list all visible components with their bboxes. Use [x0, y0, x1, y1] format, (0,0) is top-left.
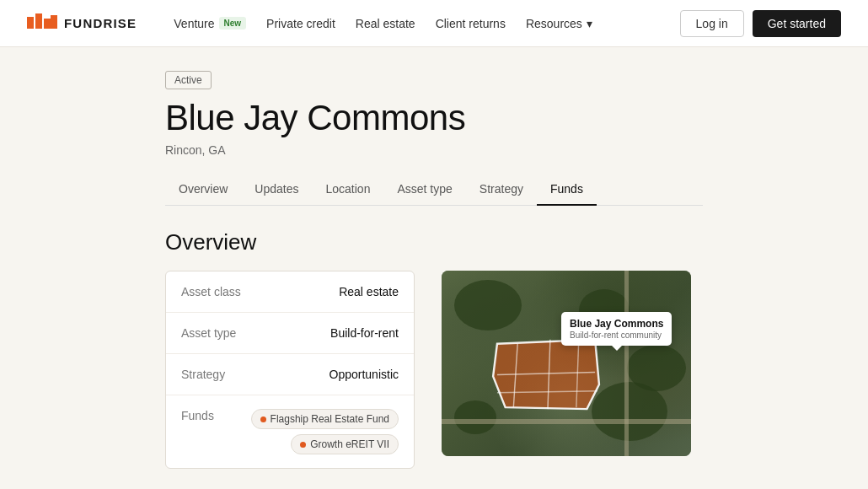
svg-rect-5: [44, 19, 51, 21]
property-location: Rincon, GA: [165, 143, 703, 157]
asset-class-value: Real estate: [339, 285, 399, 298]
svg-rect-7: [51, 15, 57, 18]
logo-icon: [27, 12, 57, 35]
logo[interactable]: FUNDRISE: [27, 12, 137, 35]
property-title: Blue Jay Commons: [165, 98, 703, 138]
highlighted-property: [486, 336, 606, 417]
nav-item-venture[interactable]: Venture New: [174, 17, 246, 30]
property-outline: [486, 336, 606, 417]
strategy-value: Opportunistic: [330, 368, 399, 381]
svg-rect-2: [35, 15, 42, 29]
map-tooltip: Blue Jay Commons Build-for-rent communit…: [561, 312, 672, 346]
tab-overview[interactable]: Overview: [165, 174, 241, 206]
data-table: Asset class Real estate Asset type Build…: [165, 271, 415, 469]
svg-rect-6: [51, 17, 57, 29]
svg-rect-1: [27, 17, 34, 19]
nav-item-private-credit[interactable]: Private credit: [266, 17, 335, 30]
logo-text: FUNDRISE: [64, 16, 137, 30]
svg-rect-3: [35, 13, 42, 16]
login-button[interactable]: Log in: [680, 10, 744, 37]
road-horizontal: [442, 419, 691, 424]
chevron-down-icon: ▾: [587, 17, 592, 30]
fund-tag-flagship[interactable]: Flagship Real Estate Fund: [251, 409, 399, 429]
map-container: Blue Jay Commons Build-for-rent communit…: [442, 271, 691, 456]
asset-type-value: Build-for-rent: [330, 326, 399, 340]
funds-row: Funds Flagship Real Estate Fund Growth e…: [166, 395, 414, 468]
map-tooltip-subtitle: Build-for-rent community: [570, 330, 663, 340]
svg-rect-0: [27, 19, 34, 29]
get-started-button[interactable]: Get started: [753, 10, 841, 37]
tree-patch: [627, 345, 686, 391]
asset-type-label: Asset type: [181, 326, 236, 340]
tree-patch: [454, 280, 522, 330]
overview-section: Asset class Real estate Asset type Build…: [165, 271, 703, 469]
strategy-row: Strategy Opportunistic: [166, 354, 414, 395]
map-tooltip-arrow: [612, 346, 622, 351]
tab-funds[interactable]: Funds: [537, 174, 597, 206]
tab-strategy[interactable]: Strategy: [466, 174, 537, 206]
tab-bar: Overview Updates Location Asset type Str…: [165, 174, 703, 206]
new-badge: New: [219, 17, 247, 30]
strategy-label: Strategy: [181, 368, 225, 381]
nav-item-client-returns[interactable]: Client returns: [436, 17, 506, 30]
map-tooltip-title: Blue Jay Commons: [570, 318, 663, 330]
road-vertical: [624, 271, 629, 456]
fund-tag-growth[interactable]: Growth eREIT VII: [291, 434, 399, 454]
funds-label: Funds: [181, 409, 214, 422]
nav-item-real-estate[interactable]: Real estate: [356, 17, 415, 30]
fund-dot-growth: [300, 442, 306, 448]
tab-updates[interactable]: Updates: [241, 174, 312, 206]
tab-location[interactable]: Location: [313, 174, 384, 206]
tab-asset-type[interactable]: Asset type: [383, 174, 465, 206]
status-badge: Active: [165, 71, 212, 89]
asset-type-row: Asset type Build-for-rent: [166, 313, 414, 354]
nav-item-resources[interactable]: Resources ▾: [526, 17, 592, 30]
nav-actions: Log in Get started: [680, 10, 841, 37]
asset-class-label: Asset class: [181, 285, 241, 298]
overview-heading: Overview: [165, 229, 703, 255]
svg-rect-4: [44, 20, 51, 29]
funds-tags: Flagship Real Estate Fund Growth eREIT V…: [251, 409, 399, 454]
nav-links: Venture New Private credit Real estate C…: [174, 17, 656, 30]
fund-dot-flagship: [260, 416, 266, 422]
navigation: FUNDRISE Venture New Private credit Real…: [0, 0, 868, 47]
asset-class-row: Asset class Real estate: [166, 271, 414, 313]
main-content: Active Blue Jay Commons Rincon, GA Overv…: [0, 47, 868, 469]
